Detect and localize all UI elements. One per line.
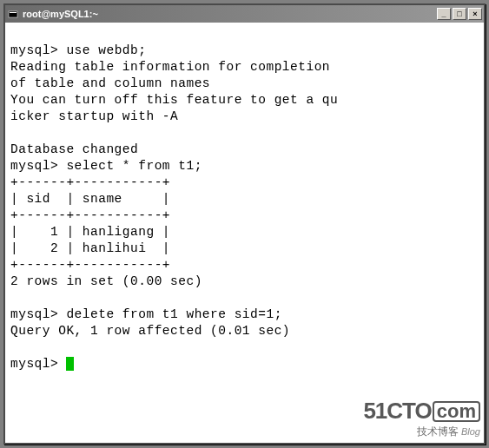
table-border: +------+-----------+ [10,208,170,222]
output-line: icker startup with -A [10,109,178,123]
output-line: You can turn off this feature to get a q… [10,93,338,107]
close-button[interactable]: × [468,8,482,20]
window-controls: _ □ × [437,8,482,20]
terminal-body[interactable]: mysql> use webdb; Reading table informat… [5,23,484,443]
output-line: Database changed [10,142,138,156]
command-select: select * from t1; [66,159,202,173]
table-row: | 2 | hanlihui | [10,241,170,255]
terminal-window: root@mySQL1:~ _ □ × mysql> use webdb; Re… [3,3,486,445]
rows-message: 2 rows in set (0.00 sec) [10,274,202,288]
output-line: Query OK, 1 row affected (0.01 sec) [10,324,290,338]
table-header: | sid | sname | [10,192,170,206]
table-border: +------+-----------+ [10,175,170,189]
command-use: use webdb; [66,43,146,57]
table-row: | 1 | hanligang | [10,225,170,239]
window-icon [7,8,19,20]
cursor [66,357,74,371]
command-delete: delete from t1 where sid=1; [66,307,281,321]
svg-rect-1 [10,12,17,13]
prompt: mysql> [10,159,58,173]
window-title: root@mySQL1:~ [23,9,437,19]
prompt: mysql> [10,43,58,57]
table-border: +------+-----------+ [10,258,170,272]
output-line: of table and column names [10,76,210,90]
minimize-button[interactable]: _ [437,8,451,20]
titlebar[interactable]: root@mySQL1:~ _ □ × [5,5,484,23]
prompt: mysql> [10,357,58,371]
output-line: Reading table information for completion [10,60,330,74]
maximize-button[interactable]: □ [453,8,466,20]
prompt: mysql> [10,307,58,321]
